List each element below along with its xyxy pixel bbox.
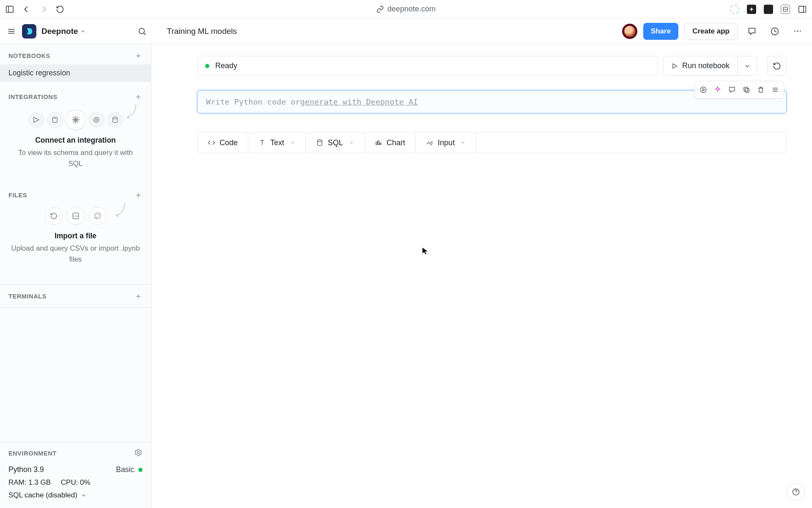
add-chart-button[interactable]: Chart <box>365 133 416 153</box>
menu-toggle-icon[interactable] <box>6 26 17 37</box>
add-text-label: Text <box>270 138 284 147</box>
file-icon-csv[interactable]: CSV <box>67 207 85 225</box>
link-icon <box>376 6 384 13</box>
environment-panel: ENVIRONMENT Python 3.9 Basic RAM: 1.3 GB… <box>0 442 151 508</box>
file-icon-github[interactable] <box>89 207 107 225</box>
panel-right-icon[interactable] <box>798 5 807 14</box>
svg-rect-43 <box>380 143 381 145</box>
integrations-cta-subtitle: To view its schema and query it with SQL <box>11 147 140 169</box>
integration-icon[interactable] <box>28 112 44 128</box>
svg-rect-16 <box>52 117 57 122</box>
add-sql-label: SQL <box>328 138 343 147</box>
share-button[interactable]: Share <box>643 23 678 40</box>
section-environment-label: ENVIRONMENT <box>8 450 57 457</box>
svg-point-22 <box>95 119 97 121</box>
env-sql-cache-label: SQL cache (disabled) <box>8 491 77 500</box>
cell-placeholder-prefix: Write Python code or <box>206 97 300 106</box>
env-tier: Basic <box>116 465 134 474</box>
svg-line-10 <box>144 33 145 35</box>
curved-arrow-icon <box>115 201 126 220</box>
cell-menu-icon[interactable] <box>768 83 782 97</box>
kernel-status[interactable]: Ready <box>197 56 658 76</box>
add-block-toolbar: Code Text SQL Chart Input <box>197 132 787 153</box>
more-icon[interactable] <box>789 23 806 40</box>
section-integrations-label: INTEGRATIONS <box>8 94 58 100</box>
app-header: Deepnote Training ML models Share Create… <box>0 19 812 44</box>
svg-rect-4 <box>799 6 806 12</box>
svg-rect-0 <box>6 6 14 12</box>
env-python: Python 3.9 <box>8 465 44 474</box>
search-icon[interactable] <box>137 27 147 36</box>
section-integrations: INTEGRATIONS <box>0 85 151 105</box>
section-notebooks: NOTEBOOKS <box>0 44 151 64</box>
create-app-button[interactable]: Create app <box>684 23 738 40</box>
browser-chrome: deepnote.com <box>0 0 812 19</box>
document-title[interactable]: Training ML models <box>167 27 237 36</box>
add-sql-button[interactable]: SQL <box>306 133 365 153</box>
svg-rect-41 <box>376 142 377 145</box>
svg-point-33 <box>700 87 706 93</box>
integration-icon-snowflake[interactable] <box>66 110 86 130</box>
status-dot-icon <box>205 64 209 68</box>
run-notebook-label: Run notebook <box>682 61 730 70</box>
svg-point-45 <box>796 494 796 494</box>
integration-icons <box>0 105 151 132</box>
add-code-button[interactable]: Code <box>198 133 248 153</box>
integration-icon[interactable] <box>88 112 104 128</box>
kernel-status-label: Ready <box>215 61 237 70</box>
cell-ai-icon[interactable] <box>711 83 724 97</box>
browser-url[interactable]: deepnote.com <box>387 5 436 14</box>
file-icon-refresh[interactable] <box>45 207 63 225</box>
cell-delete-icon[interactable] <box>754 83 768 97</box>
nav-back-icon[interactable] <box>22 5 31 14</box>
svg-rect-42 <box>378 141 379 145</box>
integration-icon[interactable] <box>47 112 63 128</box>
add-input-button[interactable]: Input <box>416 133 476 153</box>
svg-text:CSV: CSV <box>73 215 78 218</box>
svg-marker-34 <box>703 88 705 91</box>
restart-button[interactable] <box>767 56 787 76</box>
add-file-button[interactable] <box>134 191 143 199</box>
run-notebook-button[interactable]: Run notebook <box>663 56 738 76</box>
cell-duplicate-icon[interactable] <box>740 83 753 97</box>
deepnote-logo[interactable] <box>22 24 36 39</box>
environment-settings-icon[interactable] <box>134 448 143 458</box>
sidebar-toggle-icon[interactable] <box>5 5 14 14</box>
ext-icon-3[interactable] <box>764 5 773 14</box>
add-code-label: Code <box>219 138 238 147</box>
section-terminals: TERMINALS <box>0 284 151 305</box>
section-terminals-label: TERMINALS <box>8 293 47 300</box>
curved-arrow-icon <box>126 103 137 121</box>
help-button[interactable] <box>787 483 804 500</box>
add-terminal-button[interactable] <box>134 292 143 301</box>
avatar[interactable] <box>622 24 637 39</box>
sidebar: NOTEBOOKS Logistic regression INTEGRATIO… <box>0 44 151 508</box>
add-notebook-button[interactable] <box>134 52 143 60</box>
cell-ai-link[interactable]: generate with Deepnote AI <box>300 97 418 106</box>
svg-point-24 <box>112 117 117 119</box>
cell-comment-icon[interactable] <box>725 83 739 97</box>
reload-icon[interactable] <box>56 5 64 14</box>
cell-run-icon[interactable] <box>697 83 710 97</box>
ext-icon-1[interactable] <box>730 5 739 14</box>
env-sql-cache[interactable]: SQL cache (disabled) <box>8 489 143 500</box>
svg-point-23 <box>94 117 99 122</box>
history-icon[interactable] <box>766 23 783 40</box>
ext-icon-4[interactable] <box>781 5 790 14</box>
notebook-item[interactable]: Logistic regression <box>0 64 151 82</box>
add-text-button[interactable]: Text <box>248 133 306 153</box>
ext-icon-2[interactable] <box>747 5 756 14</box>
add-input-label: Input <box>438 138 455 147</box>
workspace-switcher[interactable]: Deepnote <box>41 27 86 36</box>
section-files-label: FILES <box>8 192 27 199</box>
add-integration-button[interactable] <box>134 93 143 101</box>
cursor-icon <box>422 247 429 254</box>
section-files: FILES <box>0 183 151 204</box>
svg-marker-32 <box>673 64 677 68</box>
svg-rect-36 <box>745 88 749 92</box>
integration-icon[interactable] <box>107 112 123 128</box>
run-notebook-options[interactable] <box>738 56 757 76</box>
comments-icon[interactable] <box>743 23 760 40</box>
cell-toolbar <box>694 81 784 99</box>
nav-forward-icon <box>39 5 48 14</box>
